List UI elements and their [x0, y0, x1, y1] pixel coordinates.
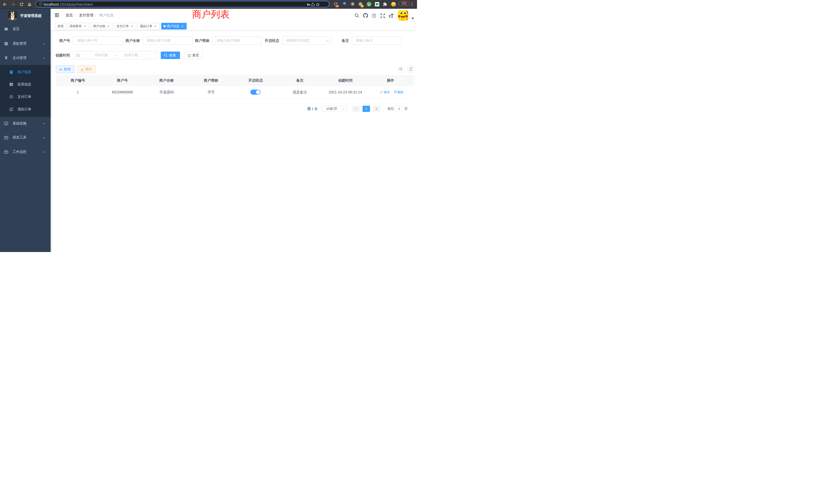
svg-text:y: y — [368, 3, 370, 6]
svg-text:⌘: ⌘ — [352, 3, 354, 5]
svg-text:¥: ¥ — [10, 95, 12, 98]
